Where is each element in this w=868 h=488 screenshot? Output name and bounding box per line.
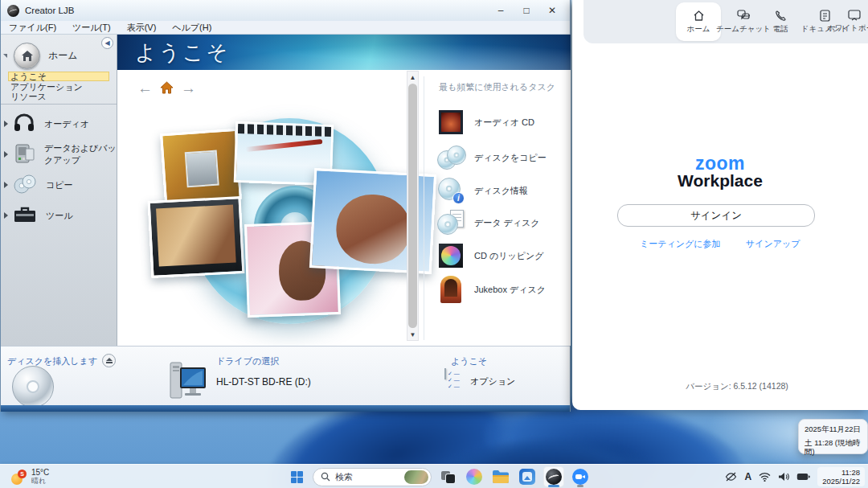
- task-view-button[interactable]: [437, 466, 458, 487]
- options-icon[interactable]: [444, 368, 446, 379]
- tasks-header: 最も頻繁に使用されるタスク: [439, 81, 555, 93]
- sidebar-nav-list: ようこそ アプリケーション リソース: [8, 72, 113, 102]
- drive-status-bar: ディスクを挿入します ドライブの選択 HL-DT-ST BD-RE (D:) よ…: [1, 346, 570, 405]
- scroll-up-button[interactable]: ▲: [407, 72, 418, 83]
- zoom-window: ホーム チームチャット 電話 ドキュメント ホワイトボード zoom Workp…: [572, 0, 868, 410]
- drive-name[interactable]: HL-DT-ST BD-RE (D:): [216, 376, 311, 388]
- menu-help[interactable]: ヘルプ(H): [172, 22, 211, 34]
- tab-home[interactable]: ホーム: [676, 2, 721, 41]
- copilot-icon: [466, 469, 482, 485]
- copy-disc-icon: [437, 144, 465, 171]
- search-input[interactable]: 検索: [313, 468, 432, 486]
- join-meeting-link[interactable]: ミーティングに参加: [640, 238, 721, 250]
- task-jukebox-disc[interactable]: Jukebox ディスク: [437, 274, 571, 305]
- scroll-down-button[interactable]: ▼: [407, 329, 418, 340]
- version-label: バージョン: 6.5.12 (14128): [606, 381, 868, 392]
- creator-app-button[interactable]: [543, 466, 564, 487]
- window-bottom-edge: [1, 405, 570, 412]
- menu-view[interactable]: 表示(V): [127, 22, 157, 34]
- maximize-button[interactable]: □: [514, 0, 539, 21]
- content-area: ← → ▲ ▼ 最も頻繁に使用されるタスク オーディオ CD: [117, 70, 571, 346]
- drive-select-label: ドライブの選択: [216, 355, 279, 367]
- workplace-logo: Workplace: [572, 172, 868, 190]
- taskbar-clock[interactable]: 11:28 2025/11/22: [817, 467, 865, 486]
- banner-title: ようこそ: [135, 39, 230, 67]
- task-copy-disc[interactable]: ディスクをコピー: [437, 142, 571, 173]
- sign-in-button[interactable]: サインイン: [617, 204, 815, 227]
- menu-tools[interactable]: ツール(T): [72, 22, 111, 34]
- sidebar-home-label: ホーム: [48, 49, 78, 63]
- phone-icon: [775, 10, 787, 22]
- task-cd-rip[interactable]: CD のリッピング: [437, 240, 571, 271]
- sidebar-item-copy[interactable]: コピー: [1, 170, 117, 200]
- weather-widget[interactable]: S 15°C 晴れ: [6, 466, 54, 487]
- sidebar-item-audio[interactable]: オーディオ: [1, 109, 117, 139]
- task-view-icon: [441, 471, 455, 483]
- home-nav-button[interactable]: [160, 81, 174, 96]
- menu-file[interactable]: ファイル(F): [9, 22, 56, 34]
- scrollbar-thumb[interactable]: [408, 84, 417, 328]
- cd-rip-icon: [437, 242, 465, 269]
- sidebar-item-welcome[interactable]: ようこそ: [8, 72, 109, 81]
- sidebar-item-data-backup[interactable]: データおよびバックアップ: [1, 139, 117, 170]
- close-button[interactable]: ✕: [539, 0, 565, 21]
- vertical-scrollbar[interactable]: ▲ ▼: [407, 71, 419, 341]
- window-title: Creator LJB: [25, 6, 74, 15]
- welcome-collage-image: [132, 109, 397, 338]
- sign-up-link[interactable]: サインアップ: [746, 238, 800, 250]
- battery-icon[interactable]: [796, 473, 810, 481]
- zoom-app-button[interactable]: [570, 466, 591, 487]
- windows-logo-icon: [291, 471, 303, 483]
- photos-icon: [519, 469, 535, 485]
- file-explorer-button[interactable]: [490, 466, 511, 487]
- taskbar: S 15°C 晴れ 検索 A: [0, 464, 868, 488]
- popup-date: 2025年11月22日: [805, 424, 862, 433]
- home-icon: [693, 10, 705, 22]
- whiteboard-icon: [848, 10, 861, 21]
- search-highlight-image[interactable]: [404, 470, 428, 484]
- wifi-icon[interactable]: [759, 472, 771, 482]
- sidebar-item-tools[interactable]: ツール: [1, 200, 117, 231]
- weather-temp: 15°C: [31, 469, 49, 477]
- search-label: 検索: [335, 471, 399, 483]
- hidden-icons-button[interactable]: [725, 472, 737, 482]
- forward-button[interactable]: →: [181, 81, 196, 96]
- tab-whiteboard[interactable]: ホワイトボード: [829, 2, 868, 41]
- back-button[interactable]: ←: [137, 81, 153, 96]
- sidebar-item-applications[interactable]: アプリケーション: [8, 82, 113, 92]
- task-disc-info[interactable]: i ディスク情報: [437, 175, 571, 206]
- folder-icon: [492, 470, 510, 484]
- chat-icon: [737, 10, 750, 22]
- task-audio-cd[interactable]: オーディオ CD: [437, 107, 571, 137]
- audio-cd-icon: [437, 109, 465, 136]
- photos-app-button[interactable]: [517, 466, 538, 487]
- toolbox-icon: [13, 205, 37, 226]
- options-button[interactable]: オプション: [470, 375, 515, 388]
- ime-mode-button[interactable]: A: [744, 471, 751, 482]
- search-icon: [321, 472, 330, 482]
- volume-icon[interactable]: [778, 472, 789, 482]
- jukebox-icon: [437, 276, 465, 303]
- eject-button[interactable]: [102, 354, 116, 367]
- zoom-brand: zoom Workplace: [572, 154, 868, 190]
- clock-time: 11:28: [822, 468, 860, 477]
- zoom-tab-bar: ホーム チームチャット 電話 ドキュメント ホワイトボード: [583, 0, 868, 43]
- disc-info-icon: i: [437, 177, 465, 204]
- active-app-indicator: [548, 485, 559, 487]
- minimize-button[interactable]: –: [488, 0, 514, 21]
- popup-time: 土 11:28 (現地時間): [805, 438, 862, 456]
- creator-window: Creator LJB – □ ✕ ファイル(F) ツール(T) 表示(V) ヘ…: [0, 0, 571, 412]
- sidebar-item-home[interactable]: ホーム: [1, 39, 117, 72]
- copy-discs-icon: [13, 174, 37, 196]
- creator-titlebar[interactable]: Creator LJB: [1, 0, 570, 21]
- tab-phone[interactable]: 電話: [762, 2, 799, 41]
- weather-condition: 晴れ: [31, 477, 49, 485]
- weather-sun-icon: S: [11, 470, 27, 485]
- sidebar-item-resources[interactable]: リソース: [8, 92, 113, 101]
- task-data-disc[interactable]: データ ディスク: [437, 207, 571, 238]
- copilot-button[interactable]: [464, 466, 485, 487]
- start-button[interactable]: [286, 466, 307, 487]
- panel-divider: [424, 76, 424, 340]
- computer-icon[interactable]: [167, 361, 209, 403]
- creator-app-icon: [7, 5, 19, 17]
